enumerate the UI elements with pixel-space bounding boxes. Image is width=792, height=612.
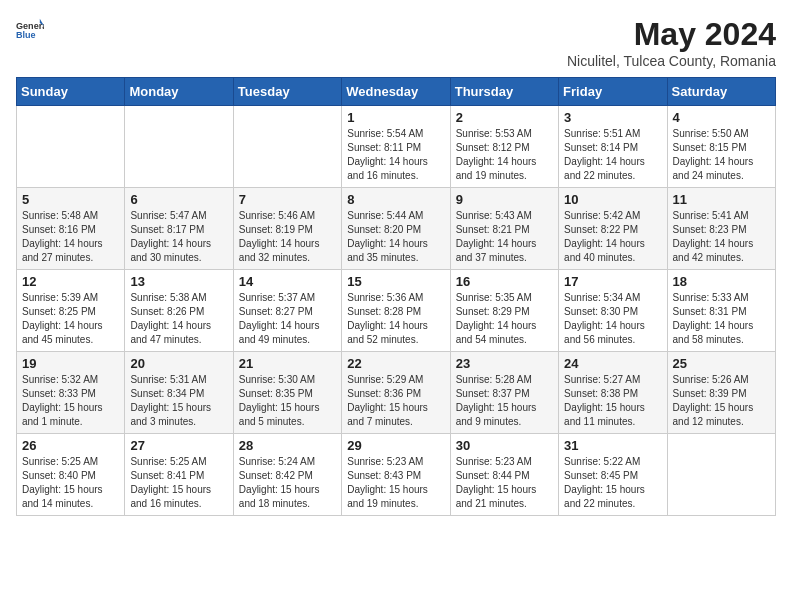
day-info: Sunrise: 5:39 AM Sunset: 8:25 PM Dayligh…	[22, 291, 119, 347]
calendar-cell: 19Sunrise: 5:32 AM Sunset: 8:33 PM Dayli…	[17, 352, 125, 434]
day-number: 4	[673, 110, 770, 125]
calendar-cell: 13Sunrise: 5:38 AM Sunset: 8:26 PM Dayli…	[125, 270, 233, 352]
calendar-cell: 8Sunrise: 5:44 AM Sunset: 8:20 PM Daylig…	[342, 188, 450, 270]
day-number: 1	[347, 110, 444, 125]
logo-icon: General Blue	[16, 16, 44, 44]
calendar-cell: 11Sunrise: 5:41 AM Sunset: 8:23 PM Dayli…	[667, 188, 775, 270]
week-row-2: 5Sunrise: 5:48 AM Sunset: 8:16 PM Daylig…	[17, 188, 776, 270]
calendar-cell: 17Sunrise: 5:34 AM Sunset: 8:30 PM Dayli…	[559, 270, 667, 352]
day-number: 2	[456, 110, 553, 125]
month-year: May 2024	[567, 16, 776, 53]
day-number: 22	[347, 356, 444, 371]
calendar-cell: 9Sunrise: 5:43 AM Sunset: 8:21 PM Daylig…	[450, 188, 558, 270]
day-number: 30	[456, 438, 553, 453]
day-number: 11	[673, 192, 770, 207]
day-info: Sunrise: 5:23 AM Sunset: 8:43 PM Dayligh…	[347, 455, 444, 511]
day-info: Sunrise: 5:41 AM Sunset: 8:23 PM Dayligh…	[673, 209, 770, 265]
day-info: Sunrise: 5:31 AM Sunset: 8:34 PM Dayligh…	[130, 373, 227, 429]
day-number: 7	[239, 192, 336, 207]
calendar-cell: 1Sunrise: 5:54 AM Sunset: 8:11 PM Daylig…	[342, 106, 450, 188]
calendar-cell: 10Sunrise: 5:42 AM Sunset: 8:22 PM Dayli…	[559, 188, 667, 270]
day-info: Sunrise: 5:48 AM Sunset: 8:16 PM Dayligh…	[22, 209, 119, 265]
calendar-cell: 24Sunrise: 5:27 AM Sunset: 8:38 PM Dayli…	[559, 352, 667, 434]
calendar-cell: 30Sunrise: 5:23 AM Sunset: 8:44 PM Dayli…	[450, 434, 558, 516]
calendar-cell: 31Sunrise: 5:22 AM Sunset: 8:45 PM Dayli…	[559, 434, 667, 516]
title-block: May 2024 Niculitel, Tulcea County, Roman…	[567, 16, 776, 69]
day-info: Sunrise: 5:27 AM Sunset: 8:38 PM Dayligh…	[564, 373, 661, 429]
day-number: 23	[456, 356, 553, 371]
day-number: 12	[22, 274, 119, 289]
location: Niculitel, Tulcea County, Romania	[567, 53, 776, 69]
week-row-5: 26Sunrise: 5:25 AM Sunset: 8:40 PM Dayli…	[17, 434, 776, 516]
calendar-cell	[17, 106, 125, 188]
calendar-cell: 26Sunrise: 5:25 AM Sunset: 8:40 PM Dayli…	[17, 434, 125, 516]
weekday-header-friday: Friday	[559, 78, 667, 106]
day-info: Sunrise: 5:22 AM Sunset: 8:45 PM Dayligh…	[564, 455, 661, 511]
day-info: Sunrise: 5:53 AM Sunset: 8:12 PM Dayligh…	[456, 127, 553, 183]
day-info: Sunrise: 5:46 AM Sunset: 8:19 PM Dayligh…	[239, 209, 336, 265]
day-number: 3	[564, 110, 661, 125]
calendar-body: 1Sunrise: 5:54 AM Sunset: 8:11 PM Daylig…	[17, 106, 776, 516]
day-number: 6	[130, 192, 227, 207]
day-info: Sunrise: 5:25 AM Sunset: 8:40 PM Dayligh…	[22, 455, 119, 511]
day-number: 25	[673, 356, 770, 371]
day-number: 31	[564, 438, 661, 453]
calendar-cell	[233, 106, 341, 188]
weekday-header-wednesday: Wednesday	[342, 78, 450, 106]
logo: General Blue	[16, 16, 44, 44]
calendar-cell: 29Sunrise: 5:23 AM Sunset: 8:43 PM Dayli…	[342, 434, 450, 516]
day-info: Sunrise: 5:32 AM Sunset: 8:33 PM Dayligh…	[22, 373, 119, 429]
calendar-cell: 12Sunrise: 5:39 AM Sunset: 8:25 PM Dayli…	[17, 270, 125, 352]
day-number: 27	[130, 438, 227, 453]
day-number: 29	[347, 438, 444, 453]
day-info: Sunrise: 5:30 AM Sunset: 8:35 PM Dayligh…	[239, 373, 336, 429]
day-number: 24	[564, 356, 661, 371]
day-info: Sunrise: 5:50 AM Sunset: 8:15 PM Dayligh…	[673, 127, 770, 183]
day-number: 5	[22, 192, 119, 207]
calendar-cell: 20Sunrise: 5:31 AM Sunset: 8:34 PM Dayli…	[125, 352, 233, 434]
weekday-header-saturday: Saturday	[667, 78, 775, 106]
day-number: 21	[239, 356, 336, 371]
day-number: 19	[22, 356, 119, 371]
day-number: 9	[456, 192, 553, 207]
calendar-cell: 2Sunrise: 5:53 AM Sunset: 8:12 PM Daylig…	[450, 106, 558, 188]
day-info: Sunrise: 5:29 AM Sunset: 8:36 PM Dayligh…	[347, 373, 444, 429]
week-row-1: 1Sunrise: 5:54 AM Sunset: 8:11 PM Daylig…	[17, 106, 776, 188]
calendar-cell: 22Sunrise: 5:29 AM Sunset: 8:36 PM Dayli…	[342, 352, 450, 434]
day-number: 15	[347, 274, 444, 289]
day-info: Sunrise: 5:44 AM Sunset: 8:20 PM Dayligh…	[347, 209, 444, 265]
weekday-header-row: SundayMondayTuesdayWednesdayThursdayFrid…	[17, 78, 776, 106]
calendar-cell: 21Sunrise: 5:30 AM Sunset: 8:35 PM Dayli…	[233, 352, 341, 434]
weekday-header-tuesday: Tuesday	[233, 78, 341, 106]
day-number: 18	[673, 274, 770, 289]
calendar-cell	[125, 106, 233, 188]
calendar-cell: 25Sunrise: 5:26 AM Sunset: 8:39 PM Dayli…	[667, 352, 775, 434]
svg-text:Blue: Blue	[16, 30, 36, 40]
weekday-header-sunday: Sunday	[17, 78, 125, 106]
day-number: 17	[564, 274, 661, 289]
calendar-cell: 7Sunrise: 5:46 AM Sunset: 8:19 PM Daylig…	[233, 188, 341, 270]
day-info: Sunrise: 5:23 AM Sunset: 8:44 PM Dayligh…	[456, 455, 553, 511]
day-number: 26	[22, 438, 119, 453]
day-number: 8	[347, 192, 444, 207]
day-info: Sunrise: 5:36 AM Sunset: 8:28 PM Dayligh…	[347, 291, 444, 347]
weekday-header-monday: Monday	[125, 78, 233, 106]
day-info: Sunrise: 5:54 AM Sunset: 8:11 PM Dayligh…	[347, 127, 444, 183]
calendar-cell: 3Sunrise: 5:51 AM Sunset: 8:14 PM Daylig…	[559, 106, 667, 188]
week-row-4: 19Sunrise: 5:32 AM Sunset: 8:33 PM Dayli…	[17, 352, 776, 434]
week-row-3: 12Sunrise: 5:39 AM Sunset: 8:25 PM Dayli…	[17, 270, 776, 352]
calendar-cell: 16Sunrise: 5:35 AM Sunset: 8:29 PM Dayli…	[450, 270, 558, 352]
day-info: Sunrise: 5:33 AM Sunset: 8:31 PM Dayligh…	[673, 291, 770, 347]
calendar-cell: 5Sunrise: 5:48 AM Sunset: 8:16 PM Daylig…	[17, 188, 125, 270]
day-info: Sunrise: 5:35 AM Sunset: 8:29 PM Dayligh…	[456, 291, 553, 347]
day-info: Sunrise: 5:26 AM Sunset: 8:39 PM Dayligh…	[673, 373, 770, 429]
day-number: 20	[130, 356, 227, 371]
day-info: Sunrise: 5:43 AM Sunset: 8:21 PM Dayligh…	[456, 209, 553, 265]
weekday-header-thursday: Thursday	[450, 78, 558, 106]
calendar-cell: 14Sunrise: 5:37 AM Sunset: 8:27 PM Dayli…	[233, 270, 341, 352]
calendar-cell: 15Sunrise: 5:36 AM Sunset: 8:28 PM Dayli…	[342, 270, 450, 352]
header: General Blue May 2024 Niculitel, Tulcea …	[16, 16, 776, 69]
calendar-cell: 18Sunrise: 5:33 AM Sunset: 8:31 PM Dayli…	[667, 270, 775, 352]
calendar-cell: 27Sunrise: 5:25 AM Sunset: 8:41 PM Dayli…	[125, 434, 233, 516]
day-info: Sunrise: 5:42 AM Sunset: 8:22 PM Dayligh…	[564, 209, 661, 265]
